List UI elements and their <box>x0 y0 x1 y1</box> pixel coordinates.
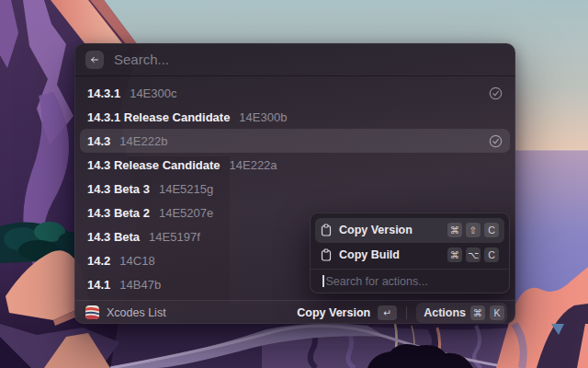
launcher-window: Search... 14.3.1 14E300c 14.3.1 Release … <box>74 43 515 324</box>
footer-bar: Xcodes List Copy Version ↵ Actions ⌘ K <box>74 300 515 324</box>
version-label: 14.3 <box>87 134 110 148</box>
c-key: C <box>484 247 499 262</box>
command-key: ⌘ <box>447 223 462 237</box>
build-label: 14E222b <box>119 134 167 148</box>
return-key: ↵ <box>378 305 397 320</box>
primary-action-label[interactable]: Copy Version <box>297 306 370 319</box>
actions-button-label: Actions <box>424 306 466 319</box>
actions-popover: Copy Version ⌘ ⇧ C Copy Build ⌘ ⌥ C Sear… <box>310 213 510 293</box>
arrow-left-icon <box>91 55 98 64</box>
version-label: 14.3 Release Candidate <box>87 158 220 172</box>
back-button[interactable] <box>85 51 104 69</box>
clipboard-icon <box>321 248 332 261</box>
actions-search-input[interactable]: Search for actions... <box>315 270 504 293</box>
action-item-copy-build[interactable]: Copy Build ⌘ ⌥ C <box>315 243 504 268</box>
check-circle-icon <box>489 134 503 148</box>
c-key: C <box>484 223 499 237</box>
build-label: 14E5207e <box>159 206 213 220</box>
build-label: 14E222a <box>230 158 277 172</box>
command-key: ⌘ <box>447 247 462 262</box>
clipboard-icon <box>321 224 332 236</box>
version-label: 14.3 Beta 2 <box>87 206 150 220</box>
actions-search-placeholder: Search for actions... <box>326 275 428 288</box>
action-label: Copy Build <box>339 248 440 261</box>
build-label: 14E300b <box>239 110 287 124</box>
version-label: 14.3 Beta <box>87 230 140 244</box>
version-label: 14.3.1 Release Candidate <box>87 110 230 124</box>
list-item[interactable]: 14.3.1 Release Candidate 14E300b <box>80 105 510 129</box>
shortcut-keys: ⌘ ⌥ C <box>447 247 499 262</box>
version-label: 14.3 Beta 3 <box>87 182 150 196</box>
build-label: 14E5215g <box>159 182 213 196</box>
option-key: ⌥ <box>466 247 481 262</box>
build-label: 14B47b <box>119 278 161 292</box>
search-bar: Search... <box>74 43 515 76</box>
shortcut-keys: ⌘ ⇧ C <box>447 223 499 237</box>
search-input[interactable]: Search... <box>114 52 504 67</box>
version-label: 14.2 <box>87 254 110 268</box>
text-caret <box>322 275 324 287</box>
action-label: Copy Version <box>339 224 440 236</box>
build-label: 14C18 <box>119 254 154 268</box>
version-label: 14.3.1 <box>87 86 120 100</box>
build-label: 14E300c <box>130 86 176 100</box>
version-label: 14.1 <box>87 278 110 292</box>
app-name-label: Xcodes List <box>107 306 289 319</box>
action-item-copy-version[interactable]: Copy Version ⌘ ⇧ C <box>315 218 504 243</box>
command-key: ⌘ <box>470 305 485 320</box>
k-key: K <box>490 305 504 320</box>
list-item-selected[interactable]: 14.3 14E222b <box>80 129 510 153</box>
shift-key: ⇧ <box>466 223 481 237</box>
actions-button[interactable]: Actions ⌘ K <box>416 303 507 323</box>
divider <box>406 306 407 319</box>
check-circle-icon <box>489 86 503 100</box>
list-item[interactable]: 14.3 Release Candidate 14E222a <box>80 153 510 177</box>
xcodes-app-icon <box>85 305 99 319</box>
build-label: 14E5197f <box>149 230 200 244</box>
list-item[interactable]: 14.3 Beta 3 14E5215g <box>80 177 510 201</box>
list-item[interactable]: 14.3.1 14E300c <box>80 81 510 105</box>
